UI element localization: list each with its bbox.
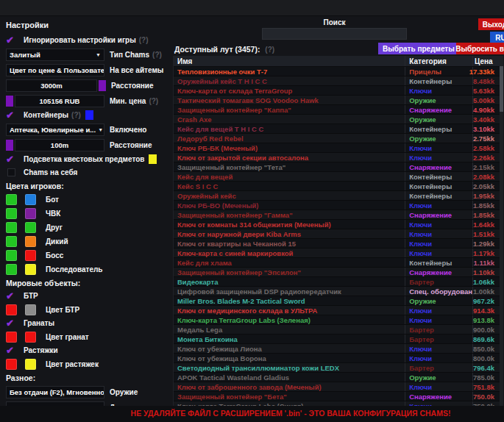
item-name: APOK Tactical Wasteland Gladius [174, 373, 405, 382]
loot-row[interactable]: Тактический томагавк SOG Voodoo HawkОруж… [174, 96, 503, 105]
loot-row[interactable]: Ключ от закрытой секции автосалонаКлючи2… [174, 153, 503, 162]
color-boss-swatch-1[interactable] [6, 250, 17, 261]
min-price-color-swatch[interactable] [6, 96, 13, 107]
color-scav-swatch-1[interactable] [6, 236, 17, 247]
column-header-category[interactable]: Категория [405, 56, 472, 66]
containers-filter-dropdown[interactable]: Аптечка, Ювелирные и...▼ [6, 124, 104, 136]
color-btr-swatch-1[interactable] [6, 304, 17, 315]
tripwires-checkbox[interactable]: ✔ [6, 346, 19, 356]
exit-button[interactable]: Выход [478, 18, 504, 30]
color-follower-swatch-2[interactable] [25, 264, 36, 275]
loot-row[interactable]: Защищенный контейнер "Эпсилон"Снаряжение… [174, 268, 503, 277]
loot-row[interactable]: Crash AxeОружие3.40kk [174, 115, 503, 124]
distance-color-swatch[interactable] [99, 80, 106, 91]
color-friend-swatch-2[interactable] [25, 222, 36, 233]
color-friend-row: Друг [6, 221, 171, 233]
quest-highlight-checkbox[interactable]: ✔ [6, 154, 19, 165]
ignore-game-settings-checkbox[interactable]: ✔ [6, 35, 19, 46]
loot-row[interactable]: Защищенный контейнер "Тета"Снаряжение2.1… [174, 162, 503, 172]
item-price: 8.48kk [472, 76, 503, 85]
color-bot-swatch-2[interactable] [25, 194, 36, 205]
item-price: 1.95kk [472, 191, 503, 200]
color-grenades-swatch-1[interactable] [6, 332, 17, 343]
loot-row[interactable]: Miller Bros. Blades M-2 Tactical SwordОр… [174, 296, 503, 306]
containers-distance-color-swatch[interactable] [6, 140, 13, 151]
containers-distance-input[interactable]: 100m [15, 139, 104, 151]
quest-highlight-label: Подсветка квестовых предметов [24, 155, 144, 163]
color-btr-swatch-2[interactable] [25, 304, 36, 315]
loot-row[interactable]: Оружейный кейс T H I C CКонтейнеры8.48kk [174, 76, 503, 86]
color-pmc-swatch-1[interactable] [6, 208, 17, 219]
loot-row[interactable]: Ключ-карта от склада TerraGroupКлючи5.63… [174, 86, 503, 96]
table-scrollbar[interactable] [500, 56, 503, 406]
loot-row[interactable]: Ключ от заброшенного завода (Меченый)Клю… [174, 382, 503, 392]
loot-row[interactable]: Кейс для вещей T H I C CКонтейнеры3.10kk [174, 124, 503, 134]
color-grenades-swatch-2[interactable] [25, 332, 36, 343]
loot-row[interactable]: Ключ от убежища ЛионаКлючи850.0k [174, 344, 503, 354]
check-icon: ✔ [6, 346, 14, 355]
color-friend-swatch-1[interactable] [6, 222, 17, 233]
distance-input[interactable]: 3000m [6, 79, 97, 92]
color-bot-swatch-1[interactable] [6, 194, 17, 205]
loot-row[interactable]: Защищенный контейнер "Каппа"Снаряжение4.… [174, 105, 503, 115]
loot-row[interactable]: Кейс для вещейКонтейнеры2.08kk [174, 172, 503, 182]
color-tripwires-swatch-1[interactable] [6, 359, 17, 370]
loot-row[interactable]: Ключ-карта TerraGroup Labs (Зеленая)Ключ… [174, 315, 503, 325]
color-follower-swatch-1[interactable] [6, 264, 17, 275]
loot-row[interactable]: Защищенный контейнер "Гамма"Снаряжение1.… [174, 210, 503, 220]
btr-checkbox[interactable]: ✔ [6, 291, 19, 301]
quest-highlight-color-swatch[interactable] [149, 154, 157, 164]
all-items-mode-dropdown[interactable]: Цвет по цене & Пользователь▼ [6, 64, 104, 76]
loot-row[interactable]: Цифровой защищенный DSP радиопередатчикС… [174, 287, 503, 296]
item-price: 2.58kk [472, 143, 503, 152]
item-category: Оружие [405, 115, 472, 124]
loot-row[interactable]: Ключ РБ-БК (Меченый)Ключи2.58kk [174, 143, 503, 153]
loot-row[interactable]: Кейс S I C CКонтейнеры2.05kk [174, 182, 503, 191]
color-tripwires-label: Цвет растяжек [46, 360, 99, 368]
weapon-mode-label: Оружие [110, 388, 138, 396]
loot-row[interactable]: Светодиодный трансиллюминатор кожи LEDXБ… [174, 363, 503, 373]
header-row: Мировые объекты: [6, 277, 171, 288]
loot-row[interactable]: Монета БиткоинаБартер869.6k [174, 335, 503, 344]
containers-color-swatch[interactable] [85, 110, 93, 120]
weapon-mode-value: Без отдачи (F2), Мгновенное п [10, 388, 104, 396]
loot-row[interactable]: Ключ-карта с синей маркировкойКлючи1.17k… [174, 248, 503, 258]
chams-self-checkbox[interactable] [6, 168, 19, 178]
loot-row[interactable]: APOK Tactical Wasteland GladiusОружие785… [174, 373, 503, 382]
search-label: Поиск [262, 18, 407, 26]
header-row: Цвета игроков: [6, 180, 171, 191]
grenades-checkbox[interactable]: ✔ [6, 318, 19, 329]
loot-row[interactable]: Тепловизионные очки Т-7Прицелы17.33kk [174, 67, 503, 76]
loot-row[interactable]: Медаль LegaБартер900.0k [174, 325, 503, 335]
containers-checkbox[interactable]: ✔ [6, 110, 19, 121]
loot-row[interactable]: Кейс для хламаКонтейнеры1.11kk [174, 258, 503, 268]
loot-row[interactable]: Ключ от квартиры на Чеканной 15Ключи1.29… [174, 239, 503, 248]
item-price: 5.00kk [472, 96, 503, 104]
min-price-input[interactable]: 105156 RUB [15, 95, 104, 107]
loot-row[interactable]: Ключ от убежища ВоронаКлючи800.0k [174, 354, 503, 363]
dump-all-button[interactable]: Выбросить все [456, 43, 504, 54]
color-pmc-swatch-2[interactable] [25, 208, 36, 219]
loot-row[interactable]: Ключ от комнаты 314 общежития (Меченый)К… [174, 220, 503, 229]
loot-row[interactable]: Оружейный кейсКонтейнеры1.95kk [174, 191, 503, 201]
loot-row[interactable]: Ключ от медицинского склада в УЛЬТРАКлюч… [174, 306, 503, 315]
weapon-mode-dropdown[interactable]: Без отдачи (F2), Мгновенное п▼ [6, 386, 104, 398]
item-category: Оружие [405, 134, 472, 143]
loot-title: Доступный лут (3457): (?) [174, 45, 274, 54]
language-button[interactable]: RU [490, 32, 504, 43]
loot-row[interactable]: ВидеокартаБартер1.06kk [174, 277, 503, 287]
color-tripwires-swatch-2[interactable] [25, 359, 36, 370]
containers-distance-label: Расстояние [110, 141, 152, 149]
chams-type-dropdown[interactable]: Залитый▼ [6, 49, 104, 61]
loot-row[interactable]: Ключ от наружной двери Kiba ArmsКлючи1.5… [174, 229, 503, 239]
color-boss-swatch-2[interactable] [25, 250, 36, 261]
scrollbar-thumb[interactable] [500, 66, 503, 112]
search-input[interactable] [262, 28, 407, 40]
loot-row[interactable]: Ключ РБ-ВО (Меченый)Ключи1.85kk [174, 201, 503, 210]
loot-row[interactable]: Защищенный контейнер "Бета"Снаряжение750… [174, 392, 503, 401]
config-warning: НЕ УДАЛЯЙТЕ ФАЙЛ С РАСШИРЕНИЕМ '.bin' - … [77, 409, 504, 418]
loot-row[interactable]: Ледоруб Red RebelОружие2.75kk [174, 134, 503, 143]
column-header-price[interactable]: Цена [472, 56, 503, 66]
color-scav-swatch-2[interactable] [25, 236, 36, 247]
column-header-name[interactable]: Имя [174, 57, 405, 65]
